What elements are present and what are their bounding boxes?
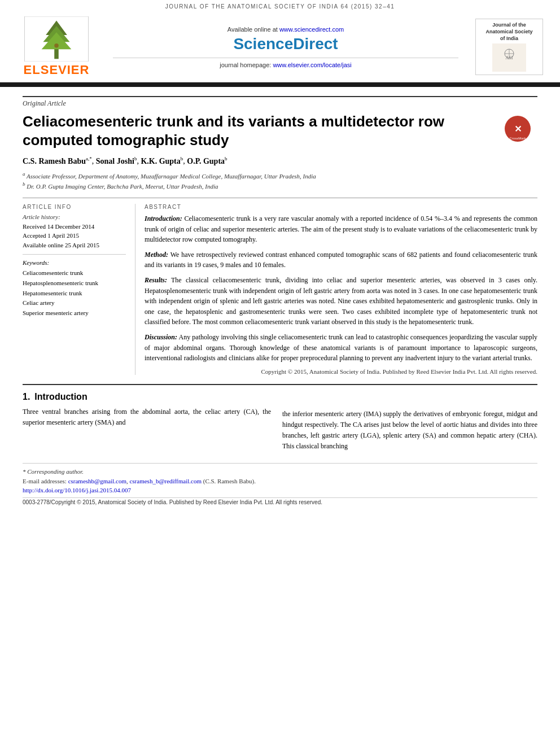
abstract-copyright: Copyright © 2015, Anatomical Society of … — [145, 368, 537, 375]
abstract-results: Results: The classical celiacomesenteric… — [145, 275, 537, 327]
main-content: Original Article Celiacomesenteric trunk… — [0, 87, 560, 505]
two-column-section: ARTICLE INFO Article history: Received 1… — [23, 198, 537, 375]
keyword-1: Celiacomesenteric trunk — [23, 268, 126, 278]
section-divider — [23, 384, 537, 385]
footer-bar: 0003-2778/Copyright © 2015, Anatomical S… — [23, 497, 537, 505]
abstract-results-label: Results: — [145, 276, 167, 284]
elsevier-logo: ELSEVIER — [11, 16, 102, 77]
abstract-column: ABSTRACT Introduction: Celiacomesenteric… — [135, 204, 537, 375]
svg-rect-1 — [54, 48, 59, 59]
doi-link: http://dx.doi.org/10.1016/j.jasi.2015.04… — [23, 486, 537, 495]
affiliations: a Associate Professor, Department of Ana… — [23, 171, 537, 191]
introduction-right: the inferior mesenteric artery (IMA) sup… — [282, 392, 537, 452]
elsevier-wordmark: ELSEVIER — [24, 63, 90, 77]
abstract-discussion-text: Any pathology involving this single celi… — [145, 333, 537, 362]
header-center: Available online at www.sciencedirect.co… — [102, 26, 470, 68]
keyword-3: Hepatomesenteric trunk — [23, 289, 126, 299]
author-3: K.K. Gupta — [141, 157, 180, 165]
author-1: C.S. Ramesh Babu — [23, 157, 86, 165]
corresponding-author-note: * Corresponding author. — [23, 467, 537, 477]
affiliation-a: a Associate Professor, Department of Ana… — [23, 171, 537, 181]
article-title-row: Celiacomesenteric trunk and its variants… — [23, 112, 537, 149]
svg-point-5 — [54, 43, 59, 48]
journal-homepage-url[interactable]: www.elsevier.com/locate/jasi — [273, 62, 351, 68]
author-2: Sonal Joshi — [96, 157, 134, 165]
email-footnote: E-mail addresses: csrameshb@gmail.com, c… — [23, 477, 537, 486]
article-info-column: ARTICLE INFO Article history: Received 1… — [23, 204, 135, 375]
svg-text:CrossMark: CrossMark — [509, 137, 526, 140]
article-history-label: Article history: — [23, 213, 126, 220]
article-history-group: Article history: Received 14 December 20… — [23, 213, 126, 255]
authors-line: C.S. Ramesh Babua,*, Sonal Joshib, K.K. … — [23, 156, 537, 166]
abstract-method: Method: We have retrospectively reviewed… — [145, 250, 537, 270]
author-4: O.P. Gupta — [187, 157, 225, 165]
journal-logo-title: Journal of the Anatomical Society of Ind… — [485, 22, 532, 42]
affiliation-b: b Dr. O.P. Gupta Imaging Center, Bachcha… — [23, 181, 537, 191]
article-type: Original Article — [23, 96, 537, 108]
keywords-label: Keywords: — [23, 259, 126, 266]
sciencedirect-url[interactable]: www.sciencedirect.com — [279, 26, 344, 33]
sciencedirect-logo: ScienceDirect — [233, 35, 338, 53]
abstract-introduction: Introduction: Celiacomesenteric trunk is… — [145, 213, 537, 245]
author-2-sup: b — [134, 156, 137, 161]
doi-url[interactable]: http://dx.doi.org/10.1016/j.jasi.2015.04… — [23, 487, 131, 493]
black-separator — [0, 82, 560, 87]
accepted-date: Accepted 1 April 2015 — [23, 231, 126, 241]
footnote-area: * Corresponding author. E-mail addresses… — [23, 463, 537, 495]
keyword-2: Hepatosplenomesenteric trunk — [23, 278, 126, 289]
page-header: ELSEVIER Available online at www.science… — [0, 12, 560, 82]
crossmark: ✕ CrossMark — [504, 115, 537, 145]
introduction-title: 1. Introduction — [23, 392, 271, 402]
author-1-sup: a,* — [86, 156, 92, 161]
email-link-1[interactable]: csrameshb@gmail.com — [68, 478, 126, 484]
abstract-results-text: The classical celiacomesenteric trunk, d… — [145, 276, 537, 326]
anatomical-society-logo-icon: ASI — [492, 43, 526, 72]
svg-text:✕: ✕ — [514, 124, 522, 134]
received-date: Received 14 December 2014 — [23, 222, 126, 231]
journal-logo-right: Journal of the Anatomical Society of Ind… — [470, 19, 549, 75]
abstract-discussion: Discussion: Any pathology involving this… — [145, 332, 537, 364]
available-online-text: Available online at www.sciencedirect.co… — [228, 26, 344, 33]
available-online-date: Available online 25 April 2015 — [23, 241, 126, 250]
journal-homepage: journal homepage: www.elsevier.com/locat… — [113, 58, 458, 68]
keyword-5: Superior mesenteric artery — [23, 308, 126, 318]
abstract-label: ABSTRACT — [145, 204, 537, 210]
keyword-4: Celiac artery — [23, 298, 126, 308]
introduction-left: 1. Introduction Three ventral branches a… — [23, 392, 282, 452]
keywords-group: Keywords: Celiacomesenteric trunk Hepato… — [23, 259, 126, 318]
abstract-intro-label: Introduction: — [145, 215, 182, 222]
elsevier-tree-icon — [23, 16, 90, 62]
article-title: Celiacomesenteric trunk and its variants… — [23, 112, 446, 149]
journal-bar-text: JOURNAL OF THE ANATOMICAL SOCIETY OF IND… — [165, 3, 395, 10]
introduction-right-text: the inferior mesenteric artery (IMA) sup… — [282, 409, 537, 452]
journal-bar: JOURNAL OF THE ANATOMICAL SOCIETY OF IND… — [0, 0, 560, 12]
journal-logo-box: Journal of the Anatomical Society of Ind… — [475, 19, 543, 75]
introduction-left-text: Three ventral branches arising from the … — [23, 407, 271, 428]
email-link-2[interactable]: csramesh_b@rediffmail.com — [129, 478, 202, 484]
author-3-sup: b — [181, 156, 183, 161]
abstract-method-text: We have retrospectively reviewed contras… — [145, 251, 537, 269]
article-info-label: ARTICLE INFO — [23, 204, 126, 210]
abstract-intro-text: Celiacomesenteric trunk is a very rare v… — [145, 215, 537, 243]
section-number: 1. — [23, 392, 30, 402]
author-4-sup: b — [225, 156, 228, 161]
introduction-section: 1. Introduction Three ventral branches a… — [23, 392, 537, 452]
abstract-method-label: Method: — [145, 251, 168, 259]
section-title-text: Introduction — [34, 392, 87, 402]
crossmark-icon: ✕ CrossMark — [504, 115, 532, 143]
abstract-discussion-label: Discussion: — [145, 333, 177, 341]
